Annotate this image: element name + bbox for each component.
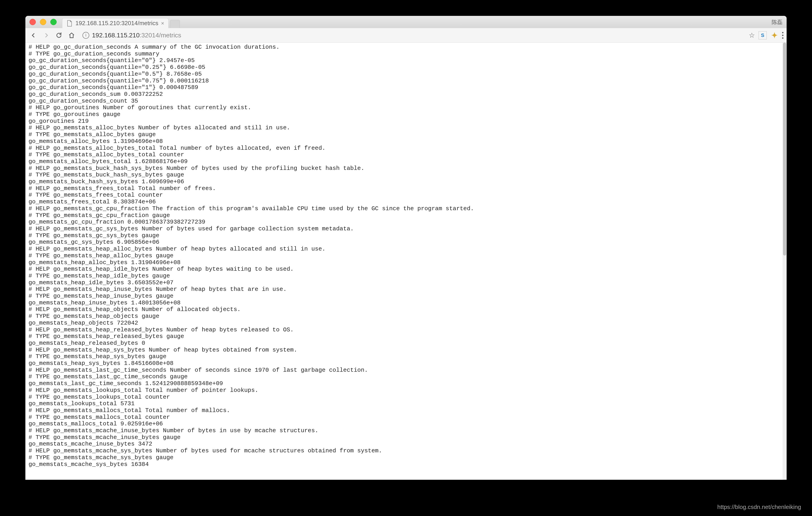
address-bar[interactable]: i 192.168.115.210:32014/metrics [79, 30, 743, 41]
browser-toolbar: i 192.168.115.210:32014/metrics ☆ S ✦ [25, 28, 787, 42]
tab-title: 192.168.115.210:32014/metrics [76, 20, 158, 27]
title-bar: 192.168.115.210:32014/metrics × 陈磊 [25, 16, 787, 28]
url-text: 192.168.115.210:32014/metrics [92, 32, 181, 39]
tab-strip: 192.168.115.210:32014/metrics × [62, 16, 180, 28]
reload-button[interactable] [54, 30, 64, 40]
home-button[interactable] [67, 30, 77, 40]
new-tab-button[interactable] [170, 20, 180, 28]
window-controls [29, 19, 57, 25]
browser-tab[interactable]: 192.168.115.210:32014/metrics × [62, 18, 169, 28]
site-info-icon[interactable]: i [83, 32, 89, 39]
bookmark-star-icon[interactable]: ☆ [749, 31, 755, 39]
minimize-window-button[interactable] [40, 19, 46, 25]
toolbar-right: ☆ S ✦ [749, 31, 783, 39]
profile-label[interactable]: 陈磊 [772, 19, 783, 26]
back-button[interactable] [29, 30, 38, 40]
browser-menu-button[interactable] [782, 32, 783, 39]
extension-star-icon[interactable]: ✦ [770, 31, 779, 39]
page-icon [66, 20, 73, 27]
browser-window: 192.168.115.210:32014/metrics × 陈磊 i 192… [25, 16, 787, 480]
close-window-button[interactable] [29, 19, 36, 25]
page-content: # HELP go_gc_duration_seconds A summary … [25, 42, 787, 480]
tab-close-button[interactable]: × [161, 20, 164, 27]
extension-s-icon[interactable]: S [758, 31, 767, 39]
forward-button[interactable] [41, 30, 51, 40]
maximize-window-button[interactable] [50, 19, 57, 25]
scrollbar-track[interactable] [783, 42, 787, 480]
watermark: https://blog.csdn.net/chenleiking [717, 504, 801, 511]
scrollbar-thumb[interactable] [783, 42, 786, 255]
